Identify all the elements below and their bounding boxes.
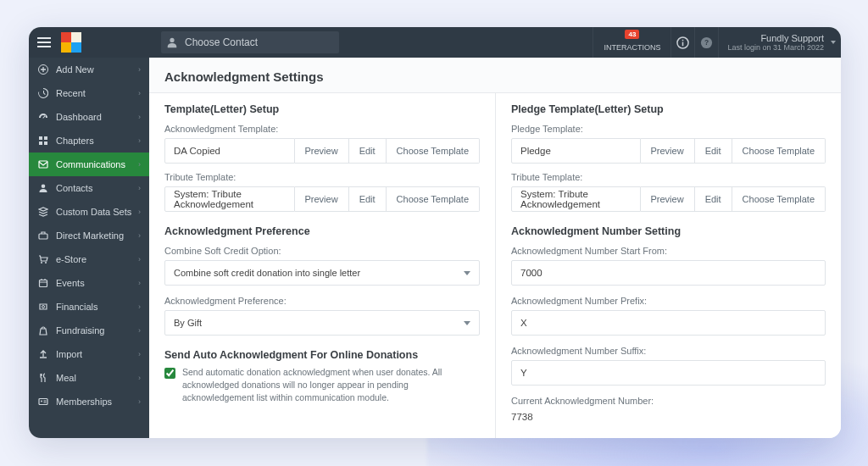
chevron-right-icon: ›	[138, 397, 141, 406]
auto-ack-checkbox[interactable]	[164, 368, 175, 379]
svg-rect-2	[37, 46, 51, 47]
sidebar-item-events[interactable]: Events›	[29, 271, 149, 295]
num-start-input[interactable]	[511, 260, 826, 286]
menu-toggle-button[interactable]	[29, 27, 59, 58]
svg-rect-19	[39, 399, 47, 405]
svg-point-18	[42, 306, 45, 308]
combine-option-label: Combine Soft Credit Option:	[164, 246, 480, 256]
tribute-template-edit-button[interactable]: Edit	[349, 186, 387, 212]
sidebar-item-financials[interactable]: Financials›	[29, 295, 149, 319]
chevron-right-icon: ›	[138, 184, 141, 192]
person-icon	[37, 182, 49, 194]
sidebar-item-label: Add New	[56, 64, 94, 75]
pledge-template-value: Pledge	[511, 138, 641, 164]
ack-preference-section: Acknowledgment Preference Combine Soft C…	[164, 225, 480, 336]
sidebar-item-direct-marketing[interactable]: Direct Marketing›	[29, 224, 149, 247]
sidebar-item-custom-data-sets[interactable]: Custom Data Sets›	[29, 200, 149, 224]
sidebar-item-label: Fundraising	[56, 325, 104, 336]
ack-template-preview-button[interactable]: Preview	[295, 138, 349, 164]
svg-rect-14	[39, 234, 47, 239]
mail-icon	[37, 158, 49, 170]
chevron-right-icon: ›	[138, 65, 141, 74]
sidebar-item-communications[interactable]: Communications›	[29, 153, 149, 176]
settings-panel: Template(Letter) Setup Acknowledgment Te…	[149, 92, 841, 438]
help-button[interactable]: ?	[694, 27, 718, 58]
sidebar-item-recent[interactable]: Recent›	[29, 81, 149, 105]
pledge-tribute-choose-button[interactable]: Choose Template	[732, 186, 826, 212]
info-button[interactable]	[670, 27, 694, 58]
ack-number-section: Acknowledgment Number Setting Acknowledg…	[511, 225, 826, 424]
plus-icon	[37, 64, 49, 75]
pledge-template-row: Pledge Preview Edit Choose Template	[511, 138, 826, 164]
chevron-right-icon: ›	[138, 89, 141, 97]
pledge-template-choose-button[interactable]: Choose Template	[732, 138, 826, 164]
ack-template-choose-button[interactable]: Choose Template	[387, 138, 480, 164]
right-column: Pledge Template(Letter) Setup Pledge Tem…	[495, 93, 841, 438]
sidebar-item-memberships[interactable]: Memberships›	[29, 390, 149, 413]
app-frame: Choose Contact 43 INTERACTIONS ? Fundly …	[29, 27, 841, 438]
auto-ack-section: Send Auto Acknowledgment For Online Dona…	[164, 349, 480, 405]
sidebar-item-contacts[interactable]: Contacts›	[29, 176, 149, 200]
sidebar-item-add-new[interactable]: Add New›	[29, 58, 149, 81]
choose-contact-label: Choose Contact	[185, 36, 258, 48]
chevron-right-icon: ›	[138, 374, 141, 382]
svg-point-20	[41, 401, 42, 402]
chevron-down-icon	[464, 321, 470, 325]
tribute-template-choose-button[interactable]: Choose Template	[387, 186, 480, 212]
sidebar-item-import[interactable]: Import›	[29, 342, 149, 366]
num-suffix-input[interactable]	[511, 360, 826, 386]
ack-pref-value: By Gift	[174, 318, 202, 328]
topbar: Choose Contact 43 INTERACTIONS ? Fundly …	[29, 27, 841, 58]
pledge-template-preview-button[interactable]: Preview	[641, 138, 695, 164]
choose-contact-button[interactable]: Choose Contact	[161, 31, 339, 53]
svg-rect-13	[39, 161, 47, 168]
info-icon	[676, 36, 689, 49]
idcard-icon	[37, 396, 49, 408]
ack-template-row: DA Copied Preview Edit Choose Template	[164, 138, 480, 164]
pledge-tribute-template-value: System: Tribute Acknowledgement	[511, 186, 641, 212]
chevron-down-icon	[831, 41, 836, 44]
num-prefix-input[interactable]	[511, 310, 826, 336]
sidebar-item-dashboard[interactable]: Dashboard›	[29, 105, 149, 129]
sidebar-item-label: Recent	[56, 88, 86, 98]
sidebar-item-e-store[interactable]: e-Store›	[29, 247, 149, 271]
sidebar-item-fundraising[interactable]: Fundraising›	[29, 319, 149, 342]
sidebar-item-label: Chapters	[56, 136, 94, 146]
chevron-right-icon: ›	[138, 160, 141, 169]
gauge-icon	[37, 111, 49, 123]
left-column: Template(Letter) Setup Acknowledgment Te…	[149, 93, 495, 438]
num-suffix-label: Acknowledgment Number Suffix:	[511, 346, 826, 356]
sidebar-item-meal[interactable]: Meal›	[29, 366, 149, 390]
pledge-setup-section: Pledge Template(Letter) Setup Pledge Tem…	[511, 103, 826, 212]
history-icon	[37, 87, 49, 99]
pledge-tribute-template-label: Tribute Template:	[511, 172, 826, 182]
ack-template-edit-button[interactable]: Edit	[349, 138, 387, 164]
interactions-label: INTERACTIONS	[604, 43, 660, 52]
auto-ack-text: Send automatic donation acknowledgment w…	[182, 366, 480, 405]
sidebar-item-chapters[interactable]: Chapters›	[29, 129, 149, 153]
page-title: Acknowledgment Settings	[149, 58, 841, 92]
svg-rect-12	[44, 141, 47, 145]
svg-rect-4	[682, 42, 684, 46]
chevron-right-icon: ›	[138, 113, 141, 121]
interactions-badge: 43	[625, 30, 639, 39]
support-name: Fundly Support	[760, 33, 824, 43]
person-icon	[166, 36, 178, 48]
interactions-button[interactable]: 43 INTERACTIONS	[593, 27, 670, 58]
ack-pref-select[interactable]: By Gift	[164, 310, 480, 336]
user-menu-button[interactable]: Fundly Support Last login on 31 March 20…	[718, 27, 841, 58]
chevron-right-icon: ›	[138, 255, 141, 264]
tribute-template-preview-button[interactable]: Preview	[295, 186, 349, 212]
money-icon	[37, 301, 49, 313]
pledge-tribute-edit-button[interactable]: Edit	[695, 186, 732, 212]
svg-point-15	[41, 262, 42, 264]
sidebar-item-label: e-Store	[56, 254, 86, 264]
pledge-template-edit-button[interactable]: Edit	[695, 138, 732, 164]
tribute-template-row: System: Tribute Acknowledgement Preview …	[164, 186, 480, 212]
pledge-tribute-preview-button[interactable]: Preview	[641, 186, 695, 212]
combine-option-select[interactable]: Combine soft credit donation into single…	[164, 260, 480, 286]
auto-ack-option[interactable]: Send automatic donation acknowledgment w…	[164, 366, 480, 405]
sidebar-item-label: Financials	[56, 302, 98, 312]
sidebar-item-label: Custom Data Sets	[56, 207, 131, 217]
ack-template-label: Acknowledgment Template:	[164, 124, 480, 134]
